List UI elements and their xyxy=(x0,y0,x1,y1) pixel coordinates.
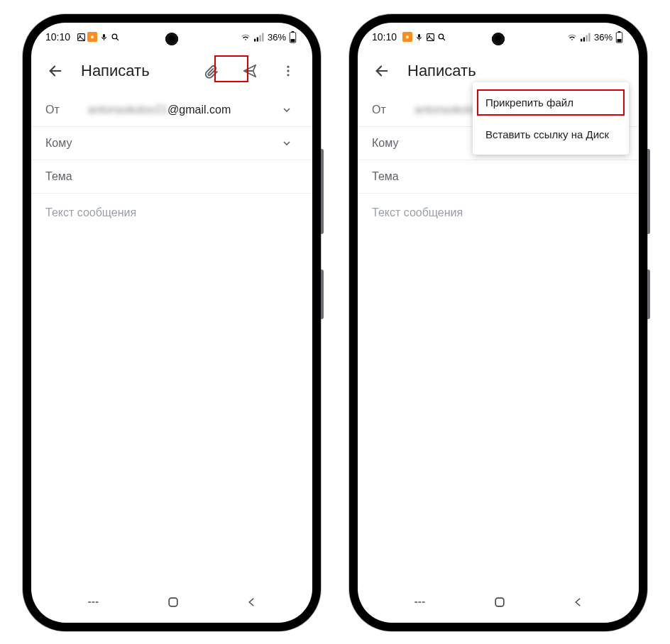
svg-rect-27 xyxy=(588,33,590,41)
battery-icon xyxy=(289,31,297,43)
from-label: От xyxy=(45,104,88,116)
chevron-down-icon[interactable] xyxy=(281,138,298,149)
subject-input[interactable]: Тема xyxy=(45,170,298,183)
battery-icon xyxy=(615,31,623,43)
back-button[interactable] xyxy=(43,58,68,84)
camera-hole xyxy=(165,33,178,45)
compose-title: Написать xyxy=(81,62,150,80)
nav-bar xyxy=(31,587,312,623)
signal-icon xyxy=(254,33,265,42)
from-row[interactable]: От antonsokolov21@gmail.com xyxy=(31,94,312,127)
home-button[interactable] xyxy=(493,595,507,609)
subject-row[interactable]: Тема xyxy=(358,160,639,194)
wifi-icon xyxy=(240,33,251,42)
body-input[interactable]: Текст сообщения xyxy=(31,194,312,232)
svg-rect-35 xyxy=(495,598,504,606)
status-time: 10:10 xyxy=(372,31,397,43)
phone-left: 10:10 ● xyxy=(23,14,321,631)
svg-rect-5 xyxy=(257,37,258,41)
svg-line-3 xyxy=(116,38,119,40)
svg-rect-6 xyxy=(259,35,260,41)
search-status-icon xyxy=(110,32,120,42)
recents-button[interactable] xyxy=(85,596,101,609)
highlight-attach xyxy=(214,55,248,82)
body-input[interactable]: Текст сообщения xyxy=(358,194,639,232)
status-time: 10:10 xyxy=(45,31,70,43)
wifi-icon xyxy=(566,33,578,42)
screen-right: 10:10 ● xyxy=(358,23,639,623)
highlight-attach-file xyxy=(477,89,625,116)
svg-rect-10 xyxy=(291,39,295,42)
svg-line-23 xyxy=(443,38,445,40)
signal-icon xyxy=(581,33,591,42)
gallery-icon xyxy=(425,32,435,42)
mic-icon xyxy=(414,32,424,42)
svg-rect-26 xyxy=(586,35,587,41)
back-button[interactable] xyxy=(369,58,395,84)
battery-percent: 36% xyxy=(594,32,613,43)
more-button[interactable] xyxy=(275,58,301,84)
recents-button[interactable] xyxy=(412,596,427,609)
battery-percent: 36% xyxy=(268,32,286,43)
subject-input[interactable]: Тема xyxy=(372,170,625,183)
to-label: Кому xyxy=(372,137,414,150)
phone-right: 10:10 ● xyxy=(349,14,647,631)
svg-rect-30 xyxy=(617,39,622,42)
screen-left: 10:10 ● xyxy=(31,23,312,623)
to-label: Кому xyxy=(45,137,88,150)
svg-rect-4 xyxy=(254,38,256,41)
svg-point-2 xyxy=(112,34,117,39)
compose-title: Написать xyxy=(407,62,476,80)
from-label: От xyxy=(372,104,414,116)
subject-row[interactable]: Тема xyxy=(31,160,312,194)
chevron-down-icon[interactable] xyxy=(281,104,298,116)
svg-point-14 xyxy=(287,70,289,72)
nav-bar xyxy=(358,587,639,623)
gallery-icon xyxy=(76,32,86,42)
attach-popup: Прикрепить файл Вставить ссылку на Диск xyxy=(473,82,629,155)
svg-rect-19 xyxy=(169,598,177,606)
popup-attach-file[interactable]: Прикрепить файл xyxy=(473,87,629,118)
back-nav-button[interactable] xyxy=(246,596,258,609)
svg-point-22 xyxy=(439,34,444,39)
to-row[interactable]: Кому xyxy=(31,127,312,160)
mic-icon xyxy=(99,32,109,42)
home-button[interactable] xyxy=(166,595,180,609)
search-status-icon xyxy=(436,32,446,42)
back-nav-button[interactable] xyxy=(572,596,585,609)
svg-rect-7 xyxy=(262,33,263,41)
svg-point-15 xyxy=(287,74,289,76)
compose-app-bar: Написать xyxy=(31,51,312,94)
svg-point-13 xyxy=(287,66,289,68)
camera-hole xyxy=(492,33,505,45)
chat-app-icon: ● xyxy=(402,32,412,42)
svg-rect-24 xyxy=(581,38,582,41)
from-value: antonsokolov21@gmail.com xyxy=(88,104,281,116)
popup-insert-drive-link[interactable]: Вставить ссылку на Диск xyxy=(473,118,629,150)
svg-rect-25 xyxy=(583,37,585,41)
chat-app-icon: ● xyxy=(87,32,97,42)
